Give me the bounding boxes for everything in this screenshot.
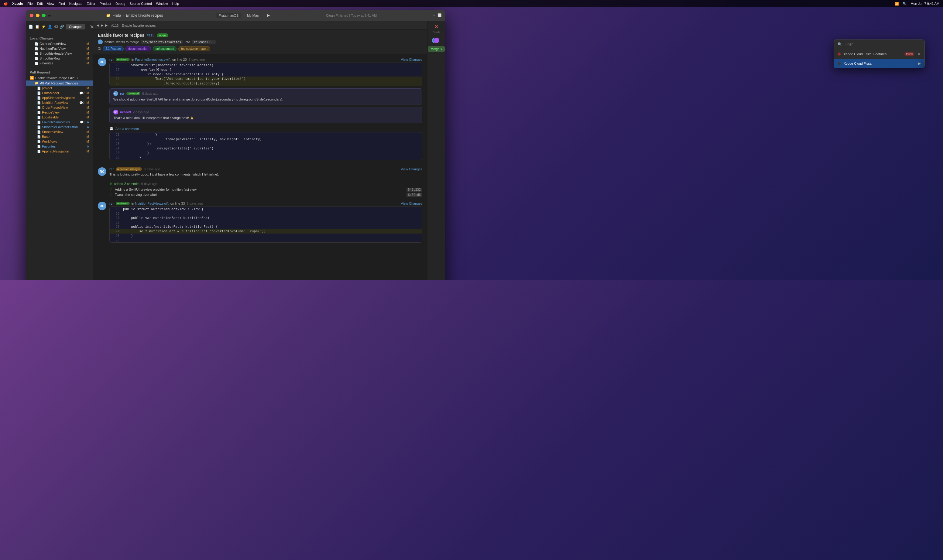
file-icon: 📄 bbox=[35, 42, 38, 46]
scheme-selector[interactable]: Fruta macOS bbox=[216, 13, 241, 18]
code-line: 21 public var nutritionFact: NutritionFa… bbox=[110, 215, 422, 220]
sidebar-icon-5[interactable]: 🏷 bbox=[54, 25, 58, 29]
commit-check-icon: ✓ bbox=[109, 188, 112, 192]
code-line: 26 bbox=[110, 238, 422, 242]
view-menu[interactable]: View bbox=[47, 2, 54, 5]
comment-time: 6 days ago bbox=[189, 58, 205, 62]
commit-hash: 6e02cd8 bbox=[407, 193, 422, 197]
local-item-2[interactable]: 📄 SmoothieHeaderView M bbox=[26, 51, 92, 56]
find-menu[interactable]: Find bbox=[59, 2, 65, 5]
sidebar-icon-2[interactable]: 📋 bbox=[35, 25, 40, 29]
product-menu[interactable]: Product bbox=[100, 2, 111, 5]
user-avatars bbox=[432, 37, 441, 43]
merge-button[interactable]: Merge ▾ bbox=[428, 46, 445, 52]
destination-selector[interactable]: My Mac bbox=[247, 14, 259, 17]
pr-file-11[interactable]: 📄 Workflows M bbox=[26, 139, 92, 144]
pr-tag-enhancement[interactable]: enhancement bbox=[153, 46, 177, 51]
pr-file-icon: 📄 bbox=[37, 145, 41, 148]
sidebar-toggle-icon[interactable]: ☰ bbox=[48, 13, 53, 17]
title-bar: ☰ 📁 Fruta › Enable favorite recipes Frut… bbox=[26, 10, 445, 21]
window-subtitle: Enable favorite recipes bbox=[126, 13, 163, 18]
pr-file-6[interactable]: 📄 Localizable M bbox=[26, 115, 92, 120]
nav-back[interactable]: ◀ bbox=[97, 23, 99, 27]
pr-tag-docs[interactable]: documentation bbox=[125, 46, 151, 51]
minimize-button[interactable] bbox=[36, 14, 40, 17]
breadcrumb-pr[interactable]: #113 - Enable favorite recipes bbox=[111, 24, 156, 27]
pr-file-icon: 📄 bbox=[37, 125, 41, 129]
sidebar-icon-3[interactable]: ⚡ bbox=[41, 25, 46, 29]
code-line: 25 } bbox=[110, 234, 422, 238]
pr-tag-customer[interactable]: top customer report bbox=[178, 46, 210, 51]
panel-toggle[interactable]: ⬜ bbox=[438, 13, 442, 17]
sidebar: 📄 📋 ⚡ 👤 🏷 🔗 Changes Repositories Local C… bbox=[26, 21, 93, 280]
sidebar-tab-changes[interactable]: Changes bbox=[66, 24, 85, 29]
pr-group-item[interactable]: 🔀 Enable favorite recipes #213 bbox=[26, 75, 92, 80]
code-line: 20 .foregroundColor(.secondary) bbox=[110, 81, 422, 86]
file-menu[interactable]: File bbox=[27, 2, 33, 5]
maximize-button[interactable] bbox=[42, 14, 46, 17]
builds-section: ✕ Builds bbox=[433, 24, 440, 34]
pr-file-10[interactable]: 📄 Base M bbox=[26, 134, 92, 139]
all-pr-changes[interactable]: 📁 All Pull Request Changes bbox=[26, 80, 92, 86]
help-menu[interactable]: Help bbox=[172, 2, 179, 5]
pr-file-icon: 📄 bbox=[37, 106, 41, 109]
close-button[interactable] bbox=[30, 14, 34, 17]
sidebar-icon-6[interactable]: 🔗 bbox=[60, 25, 64, 29]
nav-forward[interactable]: ▶ bbox=[101, 23, 103, 27]
pr-tags-row: ⓶ 2.1 Feature documentation enhancement … bbox=[98, 46, 422, 51]
pr-merge-text: wants to merge bbox=[116, 40, 139, 44]
pr-file-12[interactable]: 📄 Favorites A bbox=[26, 144, 92, 149]
pr-file-3[interactable]: 📄 NutritionFactView 💬2 M bbox=[26, 100, 92, 105]
build-status: Clean Finished | Today at 9:41 AM bbox=[272, 14, 431, 17]
pr-file-4[interactable]: 📄 OrderPlacedView M bbox=[26, 105, 92, 110]
pr-file-0[interactable]: 📄 project M bbox=[26, 86, 92, 91]
comment-time: 6 days ago bbox=[144, 167, 160, 171]
pr-item-label: Enable favorite recipes #213 bbox=[35, 76, 77, 80]
navigate-menu[interactable]: Navigate bbox=[69, 2, 82, 5]
window-menu[interactable]: Window bbox=[156, 2, 168, 5]
inline-comment-text: We should adopt new SwiftUI API here, an… bbox=[113, 97, 418, 102]
nav-up[interactable]: ▶ bbox=[105, 23, 108, 27]
extra-code-line: 21 } bbox=[110, 132, 422, 137]
comment-header: rcr reviewed in FavoriteSmoothies.swift … bbox=[109, 58, 422, 62]
window-title: Fruta bbox=[112, 13, 121, 18]
pr-file-2[interactable]: 📄 AppSidebarNavigation M bbox=[26, 95, 92, 100]
comment-avatar: RC bbox=[98, 58, 106, 66]
pr-file-7[interactable]: 📄 FavoriteSmoothies 💬2 A bbox=[26, 120, 92, 125]
app-menu[interactable]: Xcode bbox=[12, 2, 23, 6]
project-icon: 📁 bbox=[106, 13, 111, 18]
pr-file-13[interactable]: 📄 AppTabNavigation M bbox=[26, 149, 92, 154]
view-changes-btn[interactable]: View Changes bbox=[401, 58, 422, 62]
local-item-0[interactable]: 📄 CalorieCountView M bbox=[26, 41, 92, 46]
editor-menu[interactable]: Editor bbox=[86, 2, 96, 5]
pr-file-8[interactable]: 📄 SmoothieFavoriteButton A bbox=[26, 125, 92, 129]
local-item-4[interactable]: 📄 Favorites M bbox=[26, 61, 92, 66]
build-error-icon: ✕ bbox=[435, 24, 438, 29]
pr-file-1[interactable]: 📄 FrutaModel 💬2 M bbox=[26, 91, 92, 95]
add-comment-button[interactable]: 💬 Add a comment bbox=[109, 126, 422, 132]
view-changes-btn[interactable]: View Changes bbox=[401, 167, 422, 171]
sidebar-icon-1[interactable]: 📄 bbox=[29, 25, 33, 29]
play-button[interactable]: ▶ bbox=[267, 13, 270, 17]
pr-tag-feature[interactable]: 2.1 Feature bbox=[103, 46, 124, 51]
local-item-3[interactable]: 📄 SmoothieRow M bbox=[26, 56, 92, 61]
pr-file-9[interactable]: 📄 SmoothieView M bbox=[26, 129, 92, 134]
apple-menu[interactable]: 🍎 bbox=[4, 2, 8, 6]
local-item-1[interactable]: 📄 NutritionFactView M bbox=[26, 46, 92, 51]
sidebar-icon-4[interactable]: 👤 bbox=[48, 25, 52, 29]
file-icon: 📄 bbox=[35, 52, 38, 55]
edit-menu[interactable]: Edit bbox=[37, 2, 43, 5]
debug-menu[interactable]: Debug bbox=[116, 2, 125, 5]
commits-icon: ⊕ bbox=[109, 182, 112, 186]
pr-file-5[interactable]: 📄 RecipeView M bbox=[26, 110, 92, 115]
pr-author: nesbitt bbox=[105, 40, 114, 44]
view-changes-btn[interactable]: View Changes bbox=[401, 202, 422, 205]
comment-body: rcr reviewed in FavoriteSmoothies.swift … bbox=[109, 58, 422, 163]
source-control-menu[interactable]: Source Control bbox=[129, 2, 152, 5]
add-button[interactable]: + bbox=[433, 13, 435, 17]
comment-header: rcr reviewed in NutritionFactView.swift … bbox=[109, 202, 422, 205]
local-items-list: 📄 CalorieCountView M 📄 NutritionFactView… bbox=[26, 41, 92, 66]
pr-file-icon: 📄 bbox=[37, 140, 41, 143]
extra-code-line: 22 .frame(maxWidth: .infinity, maxHeight… bbox=[110, 137, 422, 142]
comment-block-1: RC rcr requested changes 6 days ago View… bbox=[98, 167, 422, 177]
